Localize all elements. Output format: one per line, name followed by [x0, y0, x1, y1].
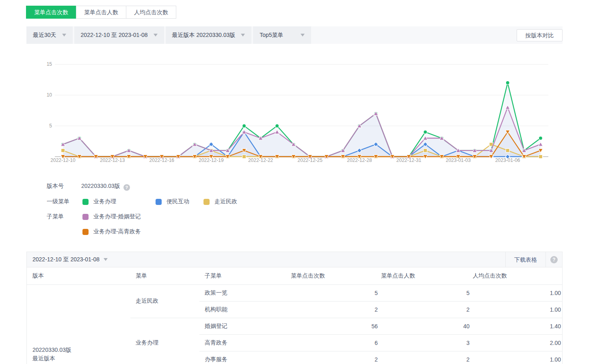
menu-cell: 走近民政 [130, 284, 199, 318]
avg-clicks-cell: 2.00 [473, 334, 562, 351]
level1-menu-label: 一级菜单 [47, 198, 69, 205]
avg-clicks-cell: 1.00 [473, 301, 562, 318]
legend-item-label: 业务办理-婚姻登记 [93, 213, 141, 220]
avg-clicks-cell: 1.00 [473, 284, 562, 301]
sub-menu-label: 子菜单 [47, 213, 64, 220]
x-axis-label: 2023-01-06 [495, 157, 520, 163]
legend-swatch-icon [82, 199, 89, 205]
x-axis-label: 2022-12-13 [100, 157, 125, 163]
chevron-down-icon [154, 34, 158, 37]
compare-by-version-button[interactable]: 按版本对比 [517, 29, 563, 41]
help-icon[interactable]: ? [123, 184, 130, 191]
chevron-down-icon [241, 34, 245, 37]
filter-dropdown-1[interactable]: 2022-12-10 至 2023-01-08 [74, 26, 164, 44]
chart-series [61, 105, 543, 158]
legend-swatch-icon [203, 199, 210, 205]
submenu-cell: 办事服务 [199, 351, 291, 364]
menu-stats-table: 版本菜单子菜单菜单点击次数菜单点击人数人均点击次数 20220330.03版最近… [27, 267, 562, 364]
table-header-bar: 2022-12-10 至 2023-01-08 下载表格 ? [27, 252, 562, 267]
legend-item[interactable]: 业务办理 [82, 198, 116, 205]
series-area [63, 83, 541, 157]
data-point-marker [242, 124, 246, 128]
clicks-cell: 56 [291, 318, 381, 334]
submenu-cell: 婚姻登记 [199, 318, 291, 334]
version-cell: 20220330.03版最近版本 [27, 284, 130, 364]
data-point-marker [539, 155, 542, 159]
legend-item[interactable]: 业务办理-高青政务 [82, 228, 141, 235]
x-axis-label: 2022-12-22 [248, 157, 273, 163]
legend-swatch-icon [82, 214, 89, 220]
legend-item[interactable]: 业务办理-婚姻登记 [82, 213, 141, 220]
line-chart-svg: 510152022-12-102022-12-132022-12-162022-… [26, 44, 563, 170]
data-point-marker [424, 130, 427, 134]
x-axis-label: 2022-12-16 [149, 157, 175, 163]
avg-clicks-cell: 1.00 [473, 351, 562, 364]
submenu-cell: 高青政务 [199, 334, 291, 351]
menu-cell: 业务办理 [130, 318, 199, 364]
data-point-marker [242, 155, 246, 159]
table-row: 20220330.03版最近版本走近民政政策一览551.00 [27, 284, 562, 301]
x-axis-label: 2022-12-28 [347, 157, 372, 163]
filter-dropdown-0[interactable]: 最近30天 [26, 26, 73, 44]
legend-swatch-icon [156, 199, 162, 205]
clicks-cell: 2 [291, 301, 381, 318]
clicks-cell: 2 [291, 351, 381, 364]
data-point-marker [489, 142, 493, 146]
legend-item-label: 业务办理 [93, 198, 116, 205]
metric-tabs: 菜单点击次数菜单点击人数人均点击次数 [26, 6, 176, 19]
version-value: 20220330.03版? [81, 183, 130, 191]
x-axis-label: 2022-12-31 [396, 157, 422, 163]
x-axis-label: 2022-12-25 [298, 157, 323, 163]
data-point-marker [275, 124, 279, 128]
x-axis-label: 2022-12-19 [199, 157, 224, 163]
chart-legend: 版本号 20220330.03版? 一级菜单 业务办理便民互动走近民政 子菜单 … [26, 179, 563, 243]
data-point-marker [506, 149, 509, 152]
users-cell: 2 [381, 301, 473, 318]
column-header: 人均点击次数 [473, 267, 562, 284]
legend-item-label: 业务办理-高青政务 [93, 228, 141, 235]
download-table-button[interactable]: 下载表格 [505, 252, 546, 267]
users-cell: 3 [381, 334, 473, 351]
column-header: 菜单 [130, 267, 199, 284]
series-line [63, 83, 541, 157]
column-header: 子菜单 [199, 267, 291, 284]
legend-item[interactable]: 走近民政 [203, 198, 237, 205]
data-point-marker [61, 149, 65, 152]
filter-dropdown-3[interactable]: Top5菜单 [253, 26, 311, 44]
column-header: 菜单点击次数 [291, 267, 381, 284]
help-icon: ? [550, 256, 558, 263]
tab-2[interactable]: 人均点击次数 [126, 6, 176, 19]
clicks-cell: 6 [291, 334, 381, 351]
y-axis-label: 5 [49, 123, 52, 129]
column-header: 菜单点击人数 [381, 267, 473, 284]
submenu-cell: 政策一览 [199, 284, 291, 301]
legend-item-label: 便民互动 [167, 198, 189, 205]
data-point-marker [424, 149, 427, 152]
users-cell: 2 [381, 351, 473, 364]
clicks-cell: 5 [291, 284, 381, 301]
avg-clicks-cell: 1.40 [473, 318, 562, 334]
filter-chips: 最近30天2022-12-10 至 2023-01-08最近版本 2022033… [26, 26, 563, 44]
y-axis-label: 15 [47, 61, 52, 67]
series-line [63, 108, 541, 157]
chevron-down-icon [301, 34, 305, 37]
table-help[interactable]: ? [546, 252, 562, 267]
legend-swatch-icon [82, 229, 89, 235]
filter-bar: 最近30天2022-12-10 至 2023-01-08最近版本 2022033… [26, 26, 563, 44]
filter-dropdown-2[interactable]: 最近版本 20220330.03版 [166, 26, 252, 44]
tab-1[interactable]: 菜单点击人数 [76, 6, 126, 19]
data-point-marker [539, 136, 542, 140]
data-point-marker [506, 81, 509, 84]
users-cell: 5 [381, 284, 473, 301]
x-axis-label: 2022-12-10 [50, 157, 76, 163]
chart-series [61, 81, 543, 158]
x-axis-label: 2023-01-03 [446, 157, 471, 163]
menu-clicks-table-panel: 2022-12-10 至 2023-01-08 下载表格 ? 版本菜单子菜单菜单… [26, 252, 563, 364]
version-label: 版本号 [47, 183, 64, 190]
tab-0[interactable]: 菜单点击次数 [26, 6, 76, 19]
legend-item[interactable]: 便民互动 [156, 198, 189, 205]
y-axis-label: 10 [47, 92, 52, 98]
chevron-down-icon [62, 34, 66, 37]
table-date-range[interactable]: 2022-12-10 至 2023-01-08 [32, 256, 100, 263]
chevron-down-icon [104, 258, 108, 261]
